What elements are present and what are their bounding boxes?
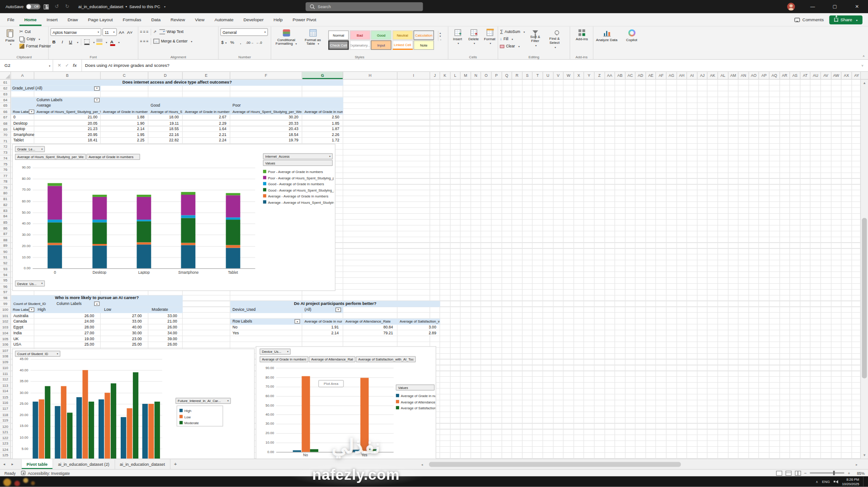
row-header-76[interactable]: 76: [0, 167, 10, 173]
row-header-101[interactable]: 101: [0, 313, 10, 318]
row-header-67[interactable]: 67: [0, 115, 10, 121]
pivot1-value-cell[interactable]: 22.16: [150, 132, 180, 138]
chart3-value-field-button[interactable]: Average of Grade in numbers: [259, 356, 308, 362]
style-chip-calculation[interactable]: Calculation: [414, 30, 434, 39]
pivot2-row-labels-dropdown-icon[interactable]: ▾: [29, 308, 34, 312]
font-name-combo[interactable]: Aptos Narrow▾: [50, 28, 101, 36]
pivot1-value-cell[interactable]: 1.64: [184, 126, 228, 132]
format-as-table-button[interactable]: Format as Table ▾: [301, 28, 325, 46]
pivot2-value-cell[interactable]: 26.00: [151, 324, 178, 330]
pivot2-value-cell[interactable]: 33.00: [103, 318, 143, 324]
cancel-icon[interactable]: ✕: [57, 63, 61, 68]
column-header-H[interactable]: H: [343, 72, 397, 79]
column-header-V[interactable]: V: [553, 72, 564, 79]
chart1-bar-segment[interactable]: [181, 215, 196, 218]
page-break-view-icon[interactable]: [795, 470, 801, 475]
pivot1-value-cell[interactable]: 19.11: [150, 121, 180, 126]
merge-center-button[interactable]: ↔Merge & Center▾: [153, 37, 192, 45]
pivot3-row-label[interactable]: Yes: [231, 330, 254, 336]
row-header-92[interactable]: 92: [0, 260, 10, 266]
align-right-icon[interactable]: ≡: [146, 39, 148, 43]
addins-button[interactable]: Add-ins: [572, 28, 592, 41]
pivot1-value-cell[interactable]: 1.90: [102, 121, 146, 126]
row-header-118[interactable]: 118: [0, 412, 10, 417]
pivot2-value-cell[interactable]: 34.00: [151, 330, 178, 336]
pivot1-value-cell[interactable]: 19.79: [231, 138, 300, 144]
internet-access-device-chart[interactable]: Grade_Le...▾Average of Hours_Spent_Study…: [12, 144, 335, 291]
pivot1-filter-value[interactable]: (All): [34, 85, 101, 91]
column-header-AS[interactable]: AS: [790, 72, 801, 79]
horizontal-scroll-track[interactable]: [426, 462, 853, 467]
column-header-AN[interactable]: AN: [739, 72, 749, 79]
conditional-formatting-button[interactable]: Conditional Formatting ▾: [273, 28, 300, 46]
column-header-AF[interactable]: AF: [656, 72, 667, 79]
minimize-button[interactable]: —: [802, 0, 824, 13]
row-header-124[interactable]: 124: [0, 447, 10, 453]
zoom-out-icon[interactable]: −: [804, 470, 807, 475]
horizontal-scroll-thumb[interactable]: [429, 462, 681, 467]
search-input[interactable]: Search: [306, 2, 423, 11]
column-header-Q[interactable]: Q: [502, 72, 512, 79]
pivot1-value-cell[interactable]: 21.00: [35, 115, 99, 121]
formula-input[interactable]: Does using AI improve grades and scores?: [82, 60, 857, 71]
chart1-bar-segment[interactable]: [226, 217, 240, 220]
pivot2-value-cell[interactable]: 26.00: [151, 342, 178, 348]
row-header-85[interactable]: 85: [0, 220, 10, 225]
percent-button[interactable]: %: [229, 39, 236, 46]
gallery-scroll-buttons[interactable]: ▴▾⌄: [438, 31, 442, 41]
volume-icon[interactable]: [834, 479, 838, 484]
pivot1-value-cell[interactable]: 1.95: [102, 132, 146, 138]
document-title[interactable]: ai_in_education_dataset • Saved to this …: [78, 4, 165, 9]
chart1-bar-segment[interactable]: [92, 197, 107, 220]
ribbon-tab-home[interactable]: Home: [19, 13, 42, 26]
chart2-bar[interactable]: [132, 372, 138, 459]
italic-button[interactable]: I: [59, 38, 66, 45]
zoom-level[interactable]: 85%: [854, 471, 864, 475]
column-header-T[interactable]: T: [533, 72, 543, 79]
pivot3-value-cell[interactable]: 1.91: [303, 324, 340, 330]
gallery-up-icon[interactable]: ▴: [439, 31, 442, 34]
language-indicator[interactable]: ENG: [822, 480, 830, 484]
align-top-icon[interactable]: ≡: [140, 30, 142, 34]
chart1-bar-segment[interactable]: [48, 223, 62, 243]
chart1-bar-segment[interactable]: [226, 248, 240, 268]
sheet-nav-right-icon[interactable]: ▸: [8, 459, 16, 469]
pivot3-value-cell[interactable]: 2.89: [399, 330, 438, 336]
sheet-tab-pivot-table[interactable]: Pivot table: [21, 459, 53, 469]
column-header-N[interactable]: N: [471, 72, 481, 79]
row-header-116[interactable]: 116: [0, 400, 10, 406]
column-header-AL[interactable]: AL: [718, 72, 728, 79]
column-header-AC[interactable]: AC: [625, 72, 636, 79]
fill-color-button[interactable]: [96, 38, 103, 45]
pivot1-row-label[interactable]: Tablet: [12, 138, 34, 144]
pivot1-value-cell[interactable]: 2.25: [102, 138, 146, 144]
pivot3-row-labels-dropdown-icon[interactable]: ▾: [294, 319, 300, 324]
row-header-68[interactable]: 68: [0, 121, 10, 126]
select-all-corner[interactable]: [0, 72, 11, 80]
chart1-bar-segment[interactable]: [226, 220, 240, 245]
chart2-bar[interactable]: [33, 402, 38, 459]
row-header-108[interactable]: 108: [0, 353, 10, 359]
chart2-bar[interactable]: [76, 397, 82, 459]
style-chip-note[interactable]: Note: [414, 40, 434, 49]
chart1-bar-segment[interactable]: [92, 220, 107, 223]
column-header-AV[interactable]: AV: [821, 72, 831, 79]
column-header-AE[interactable]: AE: [646, 72, 656, 79]
column-header-C[interactable]: C: [101, 72, 148, 79]
scroll-up-icon[interactable]: ▲: [861, 80, 868, 86]
pivot1-value-cell[interactable]: 20.05: [35, 121, 99, 126]
row-header-89[interactable]: 89: [0, 243, 10, 248]
chart3-value-field-button[interactable]: Average of Attendance_Rate: [309, 356, 355, 362]
cut-button[interactable]: ✂Cut: [19, 28, 51, 35]
chart2-bar[interactable]: [45, 386, 50, 459]
chart3-bar[interactable]: [310, 449, 318, 452]
chart1-bar-segment[interactable]: [137, 244, 151, 268]
ribbon-tab-review[interactable]: Review: [165, 13, 190, 26]
row-header-71[interactable]: 71: [0, 138, 10, 144]
row-header-109[interactable]: 109: [0, 359, 10, 365]
share-button[interactable]: Share▾: [829, 15, 862, 24]
sheet-nav-left-icon[interactable]: ◂: [0, 459, 8, 469]
style-chip-normal[interactable]: Normal: [328, 30, 349, 39]
pivot1-value-cell[interactable]: 20.43: [231, 126, 300, 132]
spreadsheet-grid[interactable]: Does internet access and device type aff…: [11, 80, 860, 459]
